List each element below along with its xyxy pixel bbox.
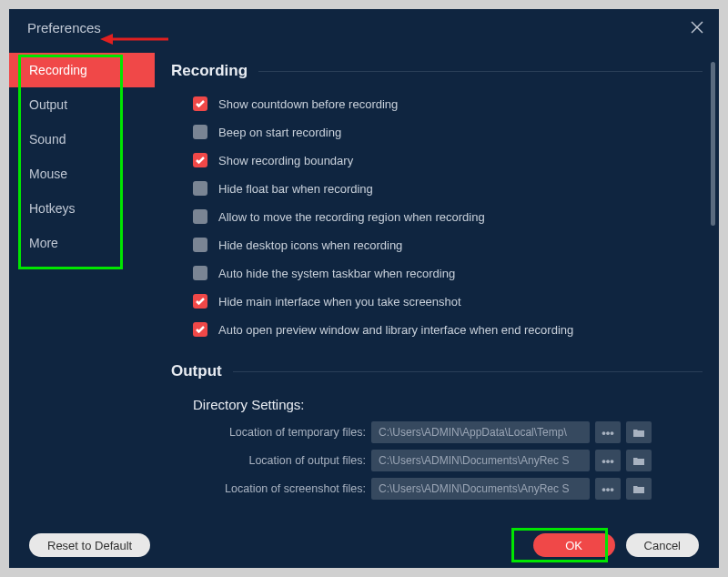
sidebar-item-output[interactable]: Output [9,87,155,122]
sidebar-item-recording[interactable]: Recording [9,53,155,87]
recording-option[interactable]: Beep on start recording [193,125,703,139]
output-fields: Location of temporary files:•••Location … [171,421,703,500]
checkbox[interactable] [193,294,207,309]
footer: Reset to Default OK Cancel [9,522,719,568]
path-input[interactable] [371,450,590,471]
ok-button[interactable]: OK [533,533,615,557]
checkbox[interactable] [193,153,207,167]
window-title: Preferences [27,20,101,35]
sidebar-label: Mouse [29,167,67,181]
main-panel: Recording Show countdown before recordin… [155,46,719,522]
browse-button[interactable]: ••• [595,421,621,443]
sidebar-label: Hotkeys [29,201,76,216]
section-recording-title: Recording [171,62,703,80]
section-divider [233,371,703,372]
sidebar-label: More [29,236,58,250]
checkbox[interactable] [193,322,207,337]
browse-button[interactable]: ••• [595,450,621,471]
field-label: Location of output files: [193,454,366,467]
sidebar-item-mouse[interactable]: Mouse [9,157,155,191]
browse-button[interactable]: ••• [595,478,621,500]
recording-option[interactable]: Show recording boundary [193,153,703,167]
recording-option[interactable]: Hide main interface when you take screen… [193,294,703,309]
reset-button[interactable]: Reset to Default [29,533,150,557]
open-folder-button[interactable] [626,478,652,500]
checkbox-label: Show countdown before recording [218,97,398,111]
recording-option[interactable]: Show countdown before recording [193,96,703,111]
open-folder-button[interactable] [626,450,652,471]
folder-icon [632,484,645,494]
field-label: Location of temporary files: [193,426,366,439]
folder-icon [632,428,645,438]
section-divider [258,71,703,72]
checkbox-label: Hide main interface when you take screen… [218,295,461,309]
checkbox[interactable] [193,96,207,111]
preferences-window: Preferences Recording Output Sound Mouse… [9,9,719,568]
field-label: Location of screenshot files: [193,482,366,495]
recording-option[interactable]: Auto hide the system taskbar when record… [193,266,703,280]
checkbox[interactable] [193,181,207,196]
checkbox-label: Show recording boundary [218,154,353,167]
checkbox-label: Allow to move the recording region when … [218,210,485,224]
sidebar-label: Recording [29,63,87,77]
section-title-text: Recording [171,62,248,80]
checkbox-label: Hide float bar when recording [218,182,373,196]
recording-option[interactable]: Hide float bar when recording [193,181,703,196]
sidebar-item-more[interactable]: More [9,226,155,260]
checkbox-label: Auto open preview window and library int… [218,323,573,337]
directory-field-row: Location of output files:••• [171,450,703,471]
directory-settings-title: Directory Settings: [193,397,703,412]
checkbox[interactable] [193,125,207,139]
scrollbar-thumb[interactable] [711,62,715,226]
directory-field-row: Location of temporary files:••• [171,421,703,443]
section-output-title: Output [171,362,703,380]
path-input[interactable] [371,478,590,500]
titlebar: Preferences [9,9,719,46]
recording-option[interactable]: Hide desktop icons when recording [193,238,703,252]
directory-field-row: Location of screenshot files:••• [171,478,703,500]
cancel-button[interactable]: Cancel [626,533,699,557]
sidebar: Recording Output Sound Mouse Hotkeys Mor… [9,46,155,522]
checkbox-label: Hide desktop icons when recording [218,238,402,252]
checkbox[interactable] [193,266,207,280]
recording-option[interactable]: Allow to move the recording region when … [193,209,703,224]
sidebar-label: Sound [29,132,66,147]
checkbox[interactable] [193,238,207,252]
content: Recording Output Sound Mouse Hotkeys Mor… [9,46,719,522]
section-title-text: Output [171,362,222,380]
open-folder-button[interactable] [626,421,652,443]
close-icon [691,21,703,34]
checkbox-label: Beep on start recording [218,126,341,139]
sidebar-label: Output [29,97,67,112]
close-button[interactable] [689,19,705,35]
path-input[interactable] [371,421,590,443]
recording-options: Show countdown before recordingBeep on s… [171,96,703,337]
recording-option[interactable]: Auto open preview window and library int… [193,322,703,337]
checkbox-label: Auto hide the system taskbar when record… [218,267,455,280]
checkbox[interactable] [193,209,207,224]
folder-icon [632,456,645,466]
sidebar-item-sound[interactable]: Sound [9,122,155,157]
sidebar-item-hotkeys[interactable]: Hotkeys [9,191,155,226]
